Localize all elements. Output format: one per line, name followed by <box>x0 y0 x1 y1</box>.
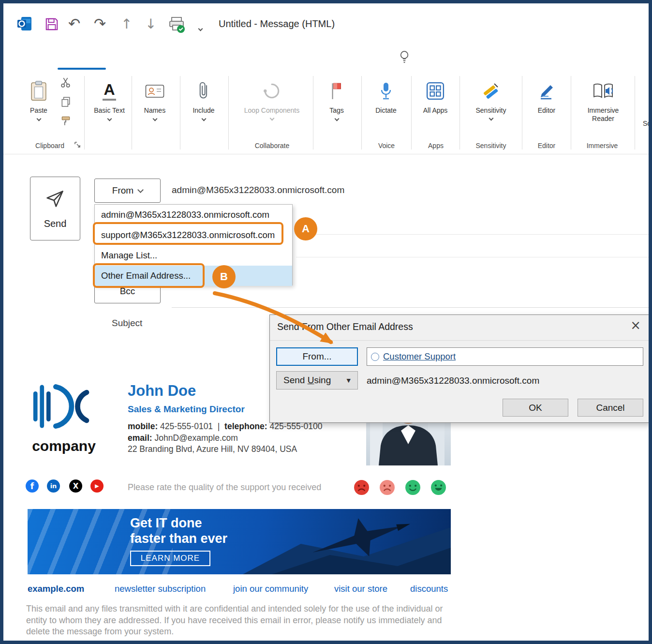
tags-button[interactable]: Tags <box>322 77 352 120</box>
signature-name: John Doe <box>128 382 196 400</box>
chevron-down-icon <box>36 117 41 121</box>
send-plane-icon <box>44 188 66 211</box>
close-icon[interactable]: × <box>630 318 641 332</box>
dictate-button[interactable]: Dictate <box>369 77 403 115</box>
redo-icon[interactable]: ↷ <box>94 15 106 32</box>
flag-icon <box>329 77 344 105</box>
cancel-button[interactable]: Cancel <box>578 399 643 417</box>
paste-button[interactable]: Paste <box>25 77 53 120</box>
banner-line2: faster than ever <box>130 531 227 546</box>
immersive-reader-button[interactable]: Immersive Reader <box>579 77 627 123</box>
editor-button[interactable]: Editor <box>531 77 563 115</box>
pencil-icon <box>537 77 556 105</box>
ribbon: Paste Clipboard A Basic Text <box>3 71 649 154</box>
apps-group-label: Apps <box>417 142 454 150</box>
chevron-down-icon <box>269 116 274 121</box>
account-display-name-link[interactable]: Customer Support <box>383 351 456 362</box>
sensitivity-icon <box>481 77 501 105</box>
names-button[interactable]: Names <box>139 77 171 120</box>
from-account-field: Customer Support <box>367 347 643 366</box>
annotation-label-b: B <box>212 265 236 288</box>
rating-unhappy-icon[interactable] <box>379 479 395 497</box>
group-divider <box>361 76 362 150</box>
signature-phone-line: mobile: 425-555-0101 | telephone: 425-55… <box>128 421 322 432</box>
send-button[interactable]: Send <box>30 177 80 240</box>
promo-banner: Get IT done faster than ever LEARN MORE <box>28 509 451 574</box>
facebook-icon[interactable]: f <box>26 479 39 493</box>
sensitivity-group-label: Sensitivity <box>467 142 515 150</box>
include-button[interactable]: Include <box>188 77 219 120</box>
format-painter-icon[interactable] <box>60 116 71 128</box>
all-apps-button[interactable]: All Apps <box>419 77 451 115</box>
company-logo-text: company <box>25 438 103 454</box>
signature-job-title: Sales & Marketing Director <box>128 404 245 415</box>
outlook-app-icon <box>17 16 32 33</box>
clipboard-dialog-launcher-icon[interactable] <box>74 141 81 150</box>
outlook-message-window: ↶ ↷ ↑ ↓ Untitled - Message (HTML) File M… <box>0 0 652 644</box>
sensitivity-button[interactable]: Sensitivity <box>469 77 513 120</box>
link-community[interactable]: join our community <box>233 584 308 594</box>
titlebar: ↶ ↷ ↑ ↓ Untitled - Message (HTML) <box>3 3 649 48</box>
from-button[interactable]: From <box>94 179 161 203</box>
dropdown-item-manage-list[interactable]: Manage List... <box>95 245 292 266</box>
signature-email-value[interactable]: JohnD@example.com <box>154 433 237 443</box>
copy-icon[interactable] <box>60 96 71 109</box>
loop-icon <box>263 77 281 105</box>
microphone-icon <box>379 77 393 105</box>
basic-text-button[interactable]: A Basic Text <box>91 77 127 120</box>
quick-print-icon[interactable] <box>168 16 185 35</box>
learn-more-button[interactable]: LEARN MORE <box>130 551 210 566</box>
group-divider <box>84 76 85 150</box>
save-icon[interactable] <box>44 17 59 33</box>
radio-button-icon[interactable] <box>371 353 379 361</box>
link-discounts[interactable]: discounts <box>410 584 448 594</box>
subject-label: Subject <box>112 318 142 329</box>
ok-button[interactable]: OK <box>503 399 568 417</box>
send-using-button[interactable]: Send Using ▼ <box>276 371 358 389</box>
company-logo <box>31 380 102 435</box>
link-example-com[interactable]: example.com <box>28 584 84 594</box>
rating-happy-icon[interactable] <box>405 479 421 497</box>
group-divider <box>180 76 180 150</box>
up-arrow-icon[interactable]: ↑ <box>121 16 132 32</box>
cut-icon[interactable] <box>60 77 72 90</box>
send-using-value: admin@M365x31228033.onmicrosoft.com <box>367 375 539 386</box>
banner-line1: Get IT done <box>130 516 202 531</box>
link-newsletter[interactable]: newsletter subscription <box>115 584 206 594</box>
chevron-down-icon <box>107 117 112 121</box>
loop-components-button[interactable]: Loop Components <box>243 77 301 120</box>
rate-prompt: Please rate the quality of the support y… <box>128 482 321 493</box>
undo-icon[interactable]: ↶ <box>68 15 80 32</box>
window-title: Untitled - Message (HTML) <box>219 18 335 30</box>
link-store[interactable]: visit our store <box>334 584 387 594</box>
customize-qat-chevron-icon[interactable] <box>199 24 202 32</box>
from-address-value: admin@M365x31228033.onmicrosoft.com <box>172 185 344 195</box>
disclaimer-text: This email and any files transmitted wit… <box>26 603 457 638</box>
youtube-icon[interactable]: ▶ <box>90 479 104 493</box>
clipboard-group-label: Clipboard <box>23 142 77 150</box>
annotation-arrow <box>204 286 349 357</box>
collaborate-group-label: Collaborate <box>235 142 310 150</box>
group-divider <box>132 76 132 150</box>
annotation-label-a: A <box>294 217 317 240</box>
signature-address-line: 22 Branding Blvd, Azure Hill, NV 89404, … <box>128 444 297 454</box>
group-divider <box>459 76 460 150</box>
down-arrow-icon[interactable]: ↓ <box>145 16 156 32</box>
group-divider <box>313 76 313 150</box>
group-divider <box>522 76 522 150</box>
basic-text-icon: A <box>103 77 116 105</box>
group-divider <box>411 76 412 150</box>
annotation-box-b <box>93 263 205 288</box>
x-twitter-icon[interactable]: X <box>69 479 82 493</box>
overflow-ribbon-button[interactable]: Sc <box>643 120 650 127</box>
active-tab-underline <box>58 68 106 70</box>
dropdown-triangle-icon: ▼ <box>347 377 351 384</box>
rating-very-unhappy-icon[interactable] <box>354 479 370 497</box>
linkedin-icon[interactable]: in <box>47 479 60 493</box>
apps-grid-icon <box>426 77 445 105</box>
immersive-group-label: Immersive <box>577 142 627 150</box>
chevron-down-icon <box>334 117 339 121</box>
rating-very-happy-icon[interactable] <box>430 479 446 497</box>
lightbulb-icon <box>399 50 410 67</box>
group-divider <box>228 76 229 150</box>
